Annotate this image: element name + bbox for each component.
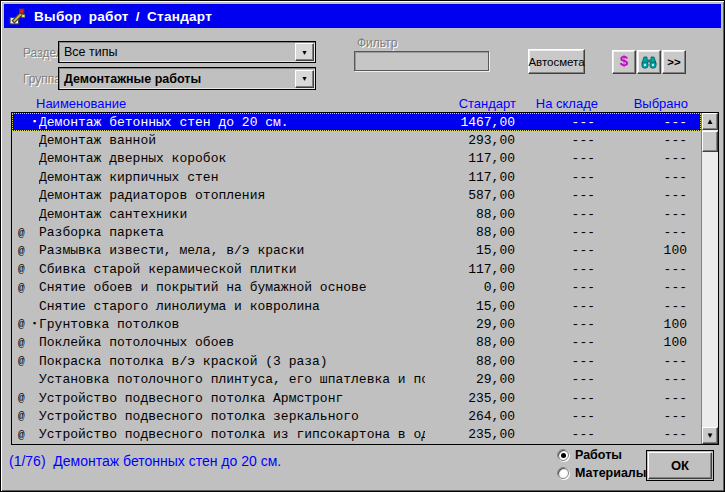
work-list-box: ▪ Демонтаж бетонных стен до 20 см. 1467,… [11, 112, 719, 445]
row-stock: --- [517, 409, 605, 424]
row-stock: --- [517, 115, 605, 130]
binoculars-icon [641, 54, 657, 70]
row-chosen: --- [605, 280, 701, 295]
row-name: Снятие старого линолиума и ковролина [39, 299, 425, 314]
table-row[interactable]: @ Размывка извести, мела, в/э краски 15,… [12, 242, 701, 260]
row-standard-price: 29,00 [425, 372, 517, 387]
radio-materials[interactable]: Материалы [557, 466, 646, 480]
row-stock: --- [517, 280, 605, 295]
row-stock: --- [517, 151, 605, 166]
row-name: Демонтаж бетонных стен до 20 см. [39, 115, 425, 130]
row-chosen: --- [605, 207, 701, 222]
row-standard-price: 235,00 [425, 427, 517, 442]
table-row[interactable]: @ Снятие обоев и покрытий на бумажной ос… [12, 279, 701, 297]
row-stock: --- [517, 391, 605, 406]
table-row[interactable]: Снятие старого линолиума и ковролина 15,… [12, 297, 701, 315]
row-chosen: --- [605, 151, 701, 166]
group-dropdown-button[interactable]: ▼ [295, 70, 314, 88]
row-chosen: 100 [605, 335, 701, 350]
row-standard-price: 88,00 [425, 354, 517, 369]
row-name: Демонтаж радиаторов отопления [39, 188, 425, 203]
scrollbar-track[interactable] [702, 152, 718, 427]
row-flag: @ [18, 410, 30, 422]
row-stock: --- [517, 335, 605, 350]
table-row[interactable]: Демонтаж сантехники 88,00 --- --- [12, 205, 701, 223]
section-dropdown-button[interactable]: ▼ [295, 43, 314, 61]
autosmeta-button-label: Автосмета [528, 56, 584, 68]
row-stock: --- [517, 133, 605, 148]
table-row[interactable]: @ Разборка паркета 88,00 --- --- [12, 223, 701, 241]
row-flag: @ [18, 355, 30, 367]
table-row[interactable]: Демонтаж ванной 293,00 --- --- [12, 131, 701, 149]
dollar-icon: $ [619, 54, 628, 71]
group-combobox[interactable]: Демонтажные работы ▼ [58, 67, 316, 90]
table-row[interactable]: @ ▪ Грунтовка потолков 29,00 --- 100 [12, 315, 701, 333]
table-row[interactable]: Демонтаж дверных коробок 117,00 --- --- [12, 150, 701, 168]
row-name: Демонтаж дверных коробок [39, 151, 425, 166]
vertical-scrollbar[interactable]: ▲ ▼ [701, 113, 718, 444]
column-header-name: Наименование [11, 96, 426, 111]
row-stock: --- [517, 225, 605, 240]
search-button[interactable] [637, 50, 661, 74]
table-row[interactable]: ▪ Демонтаж бетонных стен до 20 см. 1467,… [12, 113, 701, 131]
row-standard-price: 88,00 [425, 335, 517, 350]
status-text: (1/76) Демонтаж бетонных стен до 20 см. [9, 453, 281, 469]
row-name: Поклейка потолочных обоев [39, 335, 425, 350]
double-arrow-icon: >> [667, 56, 680, 68]
section-combobox[interactable]: Все типы ▼ [58, 41, 316, 63]
filter-label: Фильтр [357, 36, 397, 50]
row-chosen: 100 [605, 243, 701, 258]
more-button[interactable]: >> [662, 50, 686, 74]
column-header-chosen: Выбрано [606, 96, 702, 111]
table-row[interactable]: @ Поклейка потолочных обоев 88,00 --- 10… [12, 334, 701, 352]
table-row[interactable]: @ Устройство подвесного потолка Армстрон… [12, 389, 701, 407]
row-standard-price: 15,00 [425, 299, 517, 314]
table-row[interactable]: @ Сбивка старой керамической плитки 117,… [12, 260, 701, 278]
row-chosen: --- [605, 188, 701, 203]
autosmeta-button[interactable]: Автосмета [528, 49, 585, 74]
row-chosen: --- [605, 372, 701, 387]
row-name: Размывка извести, мела, в/э краски [39, 243, 425, 258]
row-standard-price: 88,00 [425, 207, 517, 222]
table-row[interactable]: @ Устройство подвесного потолка из гипсо… [12, 426, 701, 444]
row-standard-price: 1467,00 [425, 115, 517, 130]
row-stock: --- [517, 354, 605, 369]
arrow-up-icon: ▲ [706, 117, 714, 126]
table-row[interactable]: @ Покраска потолка в/э краской (3 раза) … [12, 352, 701, 370]
row-name: Устройство подвесного потолка из гипсока… [39, 427, 425, 442]
ok-button[interactable]: ОК [646, 450, 714, 481]
row-name: Снятие обоев и покрытий на бумажной осно… [39, 280, 425, 295]
filter-input[interactable] [354, 51, 489, 71]
table-row[interactable]: Демонтаж радиаторов отопления 587,00 ---… [12, 187, 701, 205]
row-flag: @ [18, 392, 30, 404]
row-standard-price: 293,00 [425, 133, 517, 148]
price-button[interactable]: $ [612, 50, 636, 74]
scroll-down-button[interactable]: ▼ [702, 427, 718, 444]
row-stock: --- [517, 427, 605, 442]
row-name: Демонтаж кирпичных стен [39, 170, 425, 185]
row-name: Покраска потолка в/э краской (3 раза) [39, 354, 425, 369]
row-standard-price: 0,00 [425, 280, 517, 295]
row-stock: --- [517, 262, 605, 277]
row-chosen: 100 [605, 317, 701, 332]
table-row[interactable]: Демонтаж кирпичных стен 117,00 --- --- [12, 168, 701, 186]
row-standard-price: 117,00 [425, 262, 517, 277]
row-chosen: --- [605, 427, 701, 442]
table-row[interactable]: @ Устройство подвесного потолка зеркальн… [12, 407, 701, 425]
row-flag: @ [18, 429, 30, 441]
chevron-down-icon: ▼ [301, 49, 308, 56]
title-bar: Выбор работ / Стандарт [4, 4, 721, 28]
row-stock: --- [517, 299, 605, 314]
row-flag: @ [18, 263, 30, 275]
row-standard-price: 264,00 [425, 409, 517, 424]
row-name: Сбивка старой керамической плитки [39, 262, 425, 277]
radio-works[interactable]: Работы [557, 448, 622, 462]
radio-materials-circle [557, 467, 569, 479]
scroll-up-button[interactable]: ▲ [702, 113, 718, 130]
table-row[interactable]: Установка потолочного плинтуса, его шпат… [12, 370, 701, 388]
row-marker: ▪ [30, 319, 39, 329]
row-chosen: --- [605, 354, 701, 369]
scrollbar-thumb[interactable] [702, 131, 718, 152]
group-value: Демонтажные работы [59, 72, 295, 86]
table-header: Наименование Стандарт (руб.) На складе В… [11, 96, 719, 111]
